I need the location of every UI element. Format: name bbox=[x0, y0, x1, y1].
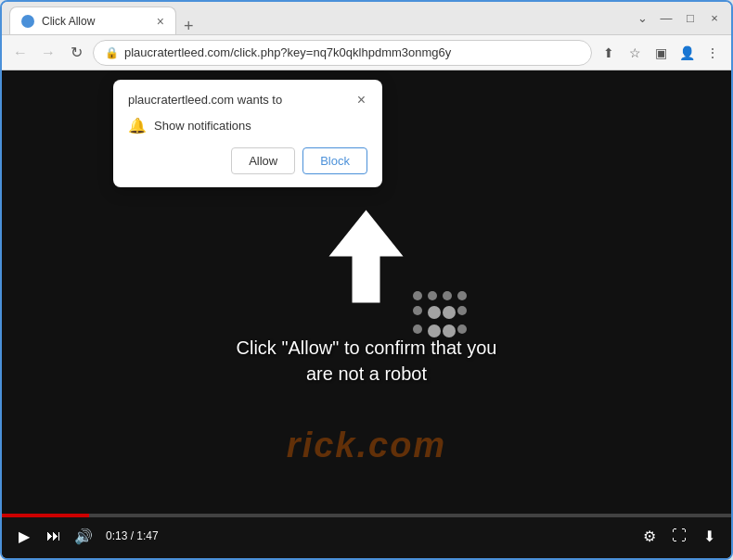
up-arrow-icon bbox=[325, 206, 408, 320]
back-button[interactable]: ← bbox=[9, 42, 32, 64]
loading-dots bbox=[413, 291, 467, 337]
progress-fill bbox=[2, 514, 89, 517]
overlay-message: Click "Allow" to confirm that you are no… bbox=[237, 335, 497, 387]
bell-icon: 🔔 bbox=[128, 117, 147, 134]
dot bbox=[413, 291, 422, 300]
popup-row: 🔔 Show notifications bbox=[128, 117, 367, 134]
bookmark-button[interactable]: ☆ bbox=[624, 42, 646, 64]
share-button[interactable]: ⬆ bbox=[598, 42, 620, 64]
volume-button[interactable]: 🔊 bbox=[72, 525, 95, 547]
url-box[interactable]: 🔒 plaucratertleed.com/click.php?key=nq7k… bbox=[93, 40, 592, 66]
profile-button[interactable]: 👤 bbox=[675, 42, 698, 64]
sidebar-button[interactable]: ▣ bbox=[649, 42, 672, 64]
dot bbox=[443, 291, 452, 300]
dot bbox=[443, 306, 456, 319]
video-player[interactable]: rick.com Click "Allow" to confirm that y… bbox=[2, 70, 731, 558]
notification-description: Show notifications bbox=[154, 119, 251, 133]
dot bbox=[443, 325, 456, 337]
dot bbox=[457, 325, 467, 334]
dot bbox=[413, 306, 422, 315]
settings-button[interactable]: ⚙ bbox=[638, 525, 661, 547]
tab-favicon bbox=[21, 15, 34, 28]
chevron-down-button[interactable]: ⌄ bbox=[633, 9, 651, 28]
notification-popup: plaucratertleed.com wants to × 🔔 Show no… bbox=[113, 80, 382, 187]
svg-point-0 bbox=[23, 17, 32, 26]
forward-button[interactable]: → bbox=[37, 42, 59, 64]
browser-tab[interactable]: Click Allow × bbox=[9, 6, 176, 34]
fullscreen-button[interactable]: ⛶ bbox=[668, 525, 690, 547]
popup-close-button[interactable]: × bbox=[355, 93, 367, 108]
block-button[interactable]: Block bbox=[302, 147, 367, 174]
popup-buttons: Allow Block bbox=[128, 147, 367, 174]
time-display: 0:13 / 1:47 bbox=[106, 529, 159, 542]
url-text: plaucratertleed.com/click.php?key=nq7k0q… bbox=[124, 45, 580, 59]
tab-title: Click Allow bbox=[42, 15, 95, 28]
reload-button[interactable]: ↻ bbox=[65, 42, 87, 64]
popup-header: plaucratertleed.com wants to × bbox=[128, 93, 367, 108]
progress-bar-container[interactable] bbox=[2, 514, 731, 517]
dot bbox=[428, 306, 441, 319]
title-bar: Click Allow × + ⌄ — □ × bbox=[2, 2, 731, 35]
maximize-button[interactable]: □ bbox=[681, 9, 700, 28]
svg-marker-1 bbox=[329, 210, 404, 303]
tab-close-button[interactable]: × bbox=[157, 15, 164, 28]
dot bbox=[413, 325, 422, 334]
overlay-line1: Click "Allow" to confirm that you bbox=[237, 337, 497, 358]
right-controls: ⚙ ⛶ ⬇ bbox=[638, 525, 720, 547]
video-watermark: rick.com bbox=[2, 426, 731, 465]
new-tab-button[interactable]: + bbox=[180, 18, 198, 34]
dot bbox=[457, 306, 467, 315]
lock-icon: 🔒 bbox=[105, 46, 119, 59]
dot bbox=[457, 291, 467, 300]
address-actions: ⬆ ☆ ▣ 👤 ⋮ bbox=[598, 42, 724, 64]
overlay-line2: are not a robot bbox=[306, 363, 427, 384]
window-controls: ⌄ — □ × bbox=[633, 9, 724, 28]
allow-button[interactable]: Allow bbox=[231, 147, 295, 174]
download-button[interactable]: ⬇ bbox=[698, 525, 720, 547]
content-area: rick.com Click "Allow" to confirm that y… bbox=[2, 70, 731, 558]
dot bbox=[428, 291, 437, 300]
popup-title: plaucratertleed.com wants to bbox=[128, 93, 282, 107]
skip-button[interactable]: ⏭ bbox=[43, 525, 65, 547]
menu-button[interactable]: ⋮ bbox=[701, 42, 724, 64]
browser-window: Click Allow × + ⌄ — □ × ← → ↻ 🔒 plaucrat… bbox=[0, 0, 733, 560]
play-button[interactable]: ▶ bbox=[13, 525, 35, 547]
address-bar: ← → ↻ 🔒 plaucratertleed.com/click.php?ke… bbox=[2, 35, 731, 70]
tab-area: Click Allow × + bbox=[9, 2, 627, 34]
close-button[interactable]: × bbox=[705, 9, 724, 28]
dot bbox=[428, 325, 441, 337]
video-controls: ▶ ⏭ 🔊 0:13 / 1:47 ⚙ ⛶ ⬇ bbox=[2, 514, 731, 558]
minimize-button[interactable]: — bbox=[657, 9, 675, 28]
